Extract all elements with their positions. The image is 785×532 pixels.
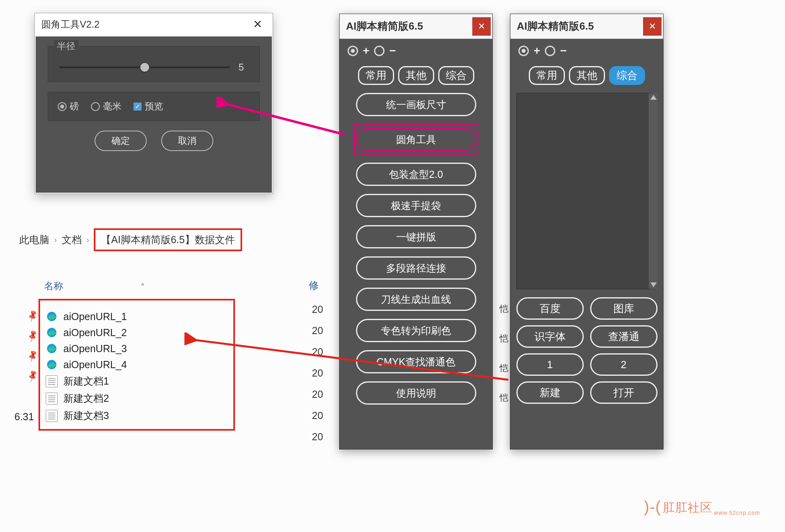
- pin-icon[interactable]: 📌: [25, 369, 40, 383]
- partial-char: 恺: [500, 392, 508, 404]
- panel-a-close-button[interactable]: ✕: [472, 17, 491, 36]
- pin-icon[interactable]: 📌: [25, 329, 40, 343]
- panel-b-header: AI脚本精简版6.5 ✕: [510, 14, 663, 39]
- col-name-header[interactable]: 名称: [44, 280, 63, 292]
- plus-icon: +: [363, 44, 369, 57]
- partial-char: 恺: [500, 332, 508, 345]
- grid-button[interactable]: 打开: [590, 381, 658, 404]
- tool-button[interactable]: 专色转为印刷色: [356, 319, 476, 342]
- file-row[interactable]: 新建文档1: [46, 373, 228, 390]
- bc-docs[interactable]: 文档: [62, 233, 82, 246]
- partial-char: 恺: [500, 362, 508, 374]
- text-file-icon: [46, 393, 58, 405]
- tool-button[interactable]: 多段路径连接: [356, 256, 476, 280]
- dialog-body: 半径 5 磅 毫米 ✓预览 确定 取消: [36, 36, 272, 193]
- mode-plus-radio[interactable]: [348, 46, 358, 56]
- partial-char: 恺: [500, 303, 508, 315]
- close-icon[interactable]: ✕: [249, 16, 266, 32]
- tool-button[interactable]: CMYK查找潘通色: [356, 350, 476, 373]
- pin-icon[interactable]: 📌: [25, 309, 40, 323]
- radius-slider[interactable]: [59, 66, 230, 68]
- list-header: 名称 ^: [38, 276, 235, 296]
- pin-icon[interactable]: 📌: [25, 349, 40, 363]
- file-date: 20: [312, 410, 323, 421]
- tab-常用[interactable]: 常用: [358, 66, 394, 85]
- dialog-title: 圆角工具V2.2: [41, 18, 99, 31]
- scroll-up-icon[interactable]: [650, 95, 657, 100]
- file-row[interactable]: 新建文档3: [46, 407, 228, 424]
- extra-left-text: 6.31: [14, 411, 34, 423]
- tab-其他[interactable]: 其他: [569, 66, 605, 85]
- grid-button[interactable]: 查潘通: [590, 325, 658, 348]
- col-modified-header[interactable]: 修: [309, 279, 319, 292]
- preview-checkbox[interactable]: ✓预览: [134, 100, 163, 113]
- file-date: 20: [312, 431, 323, 443]
- grid-button[interactable]: 1: [516, 353, 584, 376]
- panel-b-tabs: 常用其他综合: [529, 66, 645, 85]
- tab-其他[interactable]: 其他: [398, 66, 434, 85]
- grid-button[interactable]: 新建: [516, 381, 584, 404]
- file-date: 20: [312, 325, 323, 337]
- unit-mm-radio[interactable]: 毫米: [91, 100, 121, 113]
- edge-file-icon: [46, 326, 58, 339]
- edge-file-icon: [46, 359, 58, 371]
- panel-a: AI脚本精简版6.5 ✕ + − 常用其他综合 统一画板尺寸圆角工具包装盒型2.…: [339, 14, 493, 449]
- bc-current-folder[interactable]: 【AI脚本精简版6.5】数据文件: [94, 228, 242, 251]
- tool-button[interactable]: 包装盒型2.0: [356, 163, 476, 186]
- chevron-right-icon: ›: [54, 235, 57, 244]
- file-row[interactable]: aiOpenURL_4: [46, 357, 228, 373]
- grid-button[interactable]: 2: [590, 353, 658, 376]
- mode-row: + −: [348, 44, 396, 57]
- file-rows-box: aiOpenURL_1aiOpenURL_2aiOpenURL_3aiOpenU…: [38, 299, 235, 431]
- scroll-down-icon[interactable]: [650, 282, 657, 287]
- chevron-right-icon: ›: [87, 235, 89, 244]
- tab-常用[interactable]: 常用: [529, 66, 565, 85]
- tool-button[interactable]: 刀线生成出血线: [356, 288, 476, 311]
- tab-综合[interactable]: 综合: [438, 66, 474, 85]
- panel-a-buttons: 统一画板尺寸圆角工具包装盒型2.0极速手提袋一键拼版多段路径连接刀线生成出血线专…: [354, 93, 478, 405]
- tool-button[interactable]: 圆角工具: [356, 128, 476, 151]
- ok-button[interactable]: 确定: [95, 131, 147, 151]
- edge-file-icon: [46, 310, 58, 322]
- tool-button[interactable]: 使用说明: [356, 381, 476, 405]
- text-file-icon: [46, 410, 58, 422]
- panel-b-grid: 百度图库识字体查潘通12新建打开: [516, 297, 658, 404]
- panel-b-close-button[interactable]: ✕: [643, 17, 662, 36]
- dialog-titlebar: 圆角工具V2.2 ✕: [35, 13, 273, 36]
- cancel-button[interactable]: 取消: [161, 131, 213, 151]
- side-partial-chars: 恺恺恺恺: [500, 303, 508, 404]
- grid-button[interactable]: 百度: [516, 297, 584, 320]
- minus-icon: −: [389, 44, 396, 57]
- file-name: aiOpenURL_4: [63, 359, 127, 371]
- panel-a-header: AI脚本精简版6.5 ✕: [340, 14, 492, 39]
- grid-button[interactable]: 图库: [590, 297, 658, 320]
- round-corner-dialog: 圆角工具V2.2 ✕ 半径 5 磅 毫米 ✓预览 确定 取消: [34, 13, 273, 194]
- mode-minus-radio[interactable]: [545, 46, 555, 56]
- mode-plus-radio[interactable]: [518, 46, 529, 56]
- file-row[interactable]: 新建文档2: [46, 390, 228, 407]
- file-row[interactable]: aiOpenURL_2: [46, 324, 228, 341]
- file-name: aiOpenURL_2: [63, 327, 127, 339]
- tool-button[interactable]: 一键拼版: [356, 225, 476, 248]
- file-date: 20: [312, 389, 323, 400]
- file-row[interactable]: aiOpenURL_3: [46, 341, 228, 357]
- panel-a-title: AI脚本精简版6.5: [346, 19, 423, 33]
- tool-button[interactable]: 极速手提袋: [356, 194, 476, 217]
- panel-b-content-area[interactable]: [516, 93, 658, 289]
- slider-thumb[interactable]: [140, 62, 150, 73]
- panel-a-tabs: 常用其他综合: [358, 66, 474, 85]
- grid-button[interactable]: 识字体: [516, 325, 584, 348]
- text-file-icon: [46, 375, 58, 387]
- options-group: 磅 毫米 ✓预览: [48, 92, 260, 121]
- radius-group: 半径 5: [48, 46, 260, 82]
- file-row[interactable]: aiOpenURL_1: [46, 308, 228, 324]
- panel-b-title: AI脚本精简版6.5: [517, 19, 594, 33]
- sort-asc-icon[interactable]: ^: [141, 282, 144, 290]
- tab-综合[interactable]: 综合: [609, 66, 645, 85]
- mode-minus-radio[interactable]: [374, 46, 384, 56]
- file-date: 20: [312, 367, 323, 379]
- unit-pt-radio[interactable]: 磅: [58, 100, 79, 113]
- tool-button[interactable]: 统一画板尺寸: [356, 93, 476, 116]
- bc-root[interactable]: 此电脑: [19, 233, 49, 246]
- file-name: aiOpenURL_3: [63, 343, 127, 355]
